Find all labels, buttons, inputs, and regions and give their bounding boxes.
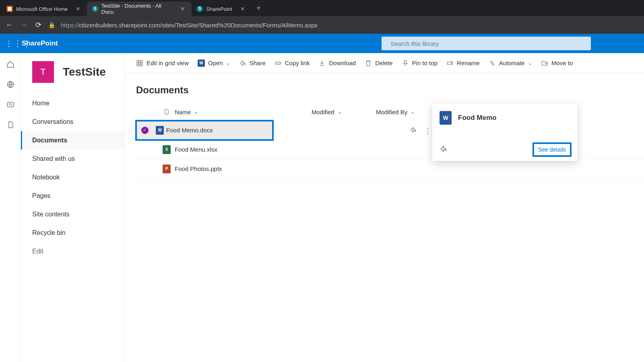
nav-shared-with-us[interactable]: Shared with us [21,150,124,168]
cmd-download[interactable]: Download [318,60,356,67]
command-bar: Edit in grid view WOpen⌄ Share Copy link… [125,53,644,73]
site-logo[interactable]: T [32,61,54,83]
cmd-rename[interactable]: Rename [446,60,480,67]
row-more-icon[interactable]: ⋮ [424,126,431,135]
sharepoint-icon: S [196,6,203,12]
hover-card-title: Food Memo [458,114,496,122]
app-launcher-icon[interactable]: ⋮⋮⋮ [5,39,14,48]
files-icon[interactable] [6,121,14,129]
pin-icon [402,60,409,67]
browser-tab-active[interactable]: S TestSite - Documents - All Docu ✕ [87,2,192,16]
left-nav: T TestSite Home Conversations Documents … [21,53,125,362]
cmd-edit-grid[interactable]: Edit in grid view [136,60,189,67]
cmd-pin[interactable]: Pin to top [402,60,438,67]
see-details-link[interactable]: See details [534,144,570,155]
reload-button[interactable]: ⟳ [34,21,43,29]
nav-pages[interactable]: Pages [21,187,124,205]
nav-documents[interactable]: Documents [21,131,124,150]
url-field[interactable]: https://citizenbuilders.sharepoint.com/s… [61,22,639,29]
cmd-share[interactable]: Share [239,60,266,67]
nav-edit[interactable]: Edit [21,242,124,261]
close-icon[interactable]: ✕ [239,6,247,12]
chevron-down-icon: ⌄ [338,109,342,115]
cmd-open[interactable]: WOpen⌄ [198,60,230,67]
nav-site-contents[interactable]: Site contents [21,205,124,224]
excel-file-icon: X [163,145,171,154]
cmd-automate[interactable]: Automate⌄ [489,60,532,67]
file-hover-card: W Food Memo See details [432,104,577,161]
word-icon: W [198,60,205,67]
column-name[interactable]: Name⌄ [175,109,312,115]
column-modified-by[interactable]: Modified By⌄ [376,109,440,115]
lock-icon: 🔒 [48,22,55,28]
home-icon[interactable] [6,60,14,68]
chevron-down-icon: ⌄ [226,60,230,66]
browser-tab-strip: Microsoft Office Home ✕ S TestSite - Doc… [0,0,644,16]
flow-icon [489,60,496,67]
nav-conversations[interactable]: Conversations [21,113,124,131]
word-file-icon: W [440,111,452,125]
file-name[interactable]: Food Photos.pptx [175,165,222,172]
powerpoint-file-icon: P [163,165,171,173]
close-icon[interactable]: ✕ [74,6,82,12]
chevron-down-icon: ⌄ [528,60,532,66]
cmd-delete[interactable]: Delete [365,60,392,67]
svg-rect-6 [137,60,142,66]
search-box[interactable] [382,37,591,50]
selected-check-icon[interactable]: ✓ [141,127,149,134]
back-button[interactable]: ← [5,21,14,29]
main-content: Edit in grid view WOpen⌄ Share Copy link… [125,53,644,362]
svg-rect-3 [7,102,13,107]
search-input[interactable] [390,40,586,47]
tab-label: Microsoft Office Home [16,6,68,12]
word-file-icon: W [156,126,164,135]
download-icon [318,60,326,67]
close-icon[interactable]: ✕ [179,6,187,12]
trash-icon [365,60,372,67]
share-icon [239,60,246,67]
cmd-copy-link[interactable]: Copy link [275,60,310,67]
rename-icon [446,60,454,67]
forward-button[interactable]: → [19,21,28,29]
chevron-down-icon: ⌄ [411,109,415,115]
brand-label[interactable]: SharePoint [22,39,58,47]
app-rail [0,53,21,362]
nav-recycle-bin[interactable]: Recycle bin [21,224,124,242]
tab-label: SharePoint [206,6,232,12]
move-icon [541,60,548,67]
svg-rect-11 [447,62,452,64]
browser-tab[interactable]: Microsoft Office Home ✕ [2,2,87,16]
new-tab-button[interactable]: + [252,4,266,13]
grid-icon [136,60,143,67]
file-name[interactable]: Food Menu.xlsx [175,146,217,153]
site-title[interactable]: TestSite [63,66,106,78]
table-row[interactable]: ✓ W Food Memo.docx [136,121,273,140]
library-title: Documents [125,73,644,103]
file-type-column-icon[interactable] [159,108,175,115]
globe-icon[interactable] [6,80,14,88]
cmd-move[interactable]: Move to [541,60,573,67]
suite-bar: ⋮⋮⋮ SharePoint [0,34,644,53]
file-name[interactable]: Food Memo.docx [166,127,213,134]
browser-url-bar: ← → ⟳ 🔒 https://citizenbuilders.sharepoi… [0,16,644,34]
office-icon [6,6,13,12]
sharepoint-icon: S [92,6,98,12]
column-modified[interactable]: Modified⌄ [312,109,376,115]
row-share-icon[interactable] [410,126,417,135]
news-icon[interactable] [6,101,14,109]
chevron-down-icon: ⌄ [194,109,198,115]
hover-share-icon[interactable] [440,145,448,154]
tab-label: TestSite - Documents - All Docu [101,3,173,15]
browser-tab[interactable]: S SharePoint ✕ [192,2,251,16]
site-header: T TestSite [21,53,124,92]
nav-home[interactable]: Home [21,94,124,113]
nav-notebook[interactable]: Notebook [21,168,124,187]
table-row[interactable]: P Food Photos.pptx [136,159,644,179]
link-icon [275,60,282,67]
